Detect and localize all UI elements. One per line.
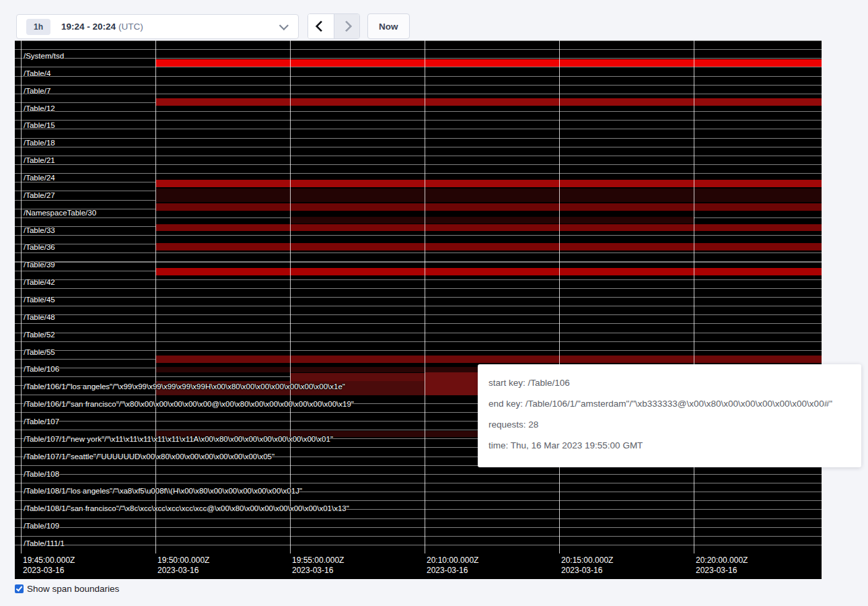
heat-band[interactable] bbox=[155, 356, 822, 363]
span-key-label: /Table/42 bbox=[24, 277, 55, 288]
x-axis-tick-label: 20:20:00.000Z2023-03-16 bbox=[696, 556, 748, 576]
heat-band[interactable] bbox=[155, 203, 822, 211]
tooltip-requests: requests: 28 bbox=[489, 419, 851, 430]
heat-band[interactable] bbox=[155, 268, 822, 275]
heat-band[interactable] bbox=[290, 217, 694, 224]
show-span-boundaries-label: Show span boundaries bbox=[27, 584, 119, 594]
span-key-label: /Table/7 bbox=[24, 86, 50, 96]
time-gridline bbox=[21, 40, 22, 553]
span-key-label: /Table/111/1 bbox=[24, 538, 65, 549]
span-key-label: /Table/108 bbox=[24, 469, 59, 479]
tooltip-start-key: start key: /Table/106 bbox=[489, 378, 851, 388]
heat-band[interactable] bbox=[155, 189, 822, 202]
span-key-label: /NamespaceTable/30 bbox=[24, 207, 96, 218]
x-axis-tick-label: 20:15:00.000Z2023-03-16 bbox=[561, 556, 613, 576]
span-key-label: /Table/52 bbox=[24, 329, 55, 340]
time-gridline bbox=[559, 40, 560, 553]
span-key-label: /Table/107 bbox=[24, 416, 59, 427]
chevron-right-icon bbox=[341, 21, 353, 32]
time-gridline bbox=[425, 40, 425, 553]
span-key-label: /Table/108/1/"san francisco"/"\x8c\xcc\x… bbox=[24, 503, 349, 514]
heat-band[interactable] bbox=[155, 180, 822, 187]
span-key-label: /Table/108/1/"los angeles"/"\xa8\xf5\u00… bbox=[24, 485, 302, 496]
span-key-label: /Table/48 bbox=[24, 312, 55, 323]
time-range-duration-badge: 1h bbox=[26, 19, 50, 35]
show-span-boundaries-control[interactable]: Show span boundaries bbox=[15, 584, 119, 594]
heat-band[interactable] bbox=[155, 243, 822, 250]
x-axis-tick-label: 19:50:00.000Z2023-03-16 bbox=[157, 556, 209, 576]
span-key-label: /Table/45 bbox=[24, 294, 55, 305]
chevron-down-icon bbox=[279, 20, 289, 30]
span-key-label: /System/tsd bbox=[24, 50, 64, 61]
time-range-select[interactable]: 1h 19:24 - 20:24 (UTC) bbox=[16, 14, 299, 39]
span-key-label: /Table/107/1/"seattle"/"UUUUUUD\x00\x80\… bbox=[24, 451, 275, 462]
now-button[interactable]: Now bbox=[367, 13, 410, 39]
heat-band[interactable] bbox=[155, 98, 822, 106]
span-key-label: /Table/36 bbox=[24, 242, 55, 252]
time-range-timezone: (UTC) bbox=[118, 22, 143, 32]
tooltip-time: time: Thu, 16 Mar 2023 19:55:00 GMT bbox=[489, 440, 851, 450]
heat-band[interactable] bbox=[155, 59, 822, 67]
prev-time-button[interactable] bbox=[308, 14, 334, 38]
span-key-label: /Table/106/1/"los angeles"/"\x99\x99\x99… bbox=[24, 381, 345, 392]
time-gridline bbox=[694, 40, 694, 553]
time-gridline bbox=[290, 40, 291, 553]
time-nav-group bbox=[308, 13, 360, 39]
span-key-label: /Table/15 bbox=[24, 120, 55, 131]
x-axis-tick-label: 19:45:00.000Z2023-03-16 bbox=[23, 556, 75, 576]
span-key-label: /Table/27 bbox=[24, 190, 55, 201]
next-time-button-disabled[interactable] bbox=[334, 14, 360, 38]
time-gridline bbox=[155, 40, 156, 553]
span-key-label: /Table/107/1/"new york"/"\x11\x11\x11\x1… bbox=[24, 434, 333, 444]
span-key-label: /Table/55 bbox=[24, 347, 55, 358]
span-key-label: /Table/109 bbox=[24, 520, 59, 531]
span-key-label: /Table/4 bbox=[24, 68, 50, 79]
span-key-label: /Table/21 bbox=[24, 155, 55, 166]
tooltip-end-key: end key: /Table/106/1/"amsterdam"/"\xb33… bbox=[489, 399, 851, 409]
heatmap-grid[interactable]: /System/tsd/Table/4/Table/7/Table/12/Tab… bbox=[15, 40, 822, 553]
key-visualizer-heatmap[interactable]: /System/tsd/Table/4/Table/7/Table/12/Tab… bbox=[15, 40, 822, 579]
key-visualizer-page: 1h 19:24 - 20:24 (UTC) Now /System/tsd/T… bbox=[0, 0, 868, 606]
heat-band[interactable] bbox=[155, 224, 822, 231]
show-span-boundaries-checkbox[interactable] bbox=[15, 584, 24, 593]
span-key-label: /Table/18 bbox=[24, 137, 55, 148]
heatmap-tooltip: start key: /Table/106 end key: /Table/10… bbox=[478, 364, 861, 467]
span-key-label: /Table/106/1/"san francisco"/"\x80\x00\x… bbox=[24, 399, 354, 409]
span-key-label: /Table/12 bbox=[24, 103, 55, 114]
heat-band[interactable] bbox=[290, 373, 425, 381]
span-key-label: /Table/24 bbox=[24, 172, 55, 183]
span-key-label: /Table/106 bbox=[24, 364, 59, 374]
span-key-label: /Table/33 bbox=[24, 225, 55, 236]
heatmap-x-axis: 19:45:00.000Z2023-03-1619:50:00.000Z2023… bbox=[15, 553, 822, 579]
x-axis-tick-label: 20:10:00.000Z2023-03-16 bbox=[427, 556, 478, 576]
time-range-label: 19:24 - 20:24 bbox=[61, 22, 116, 32]
span-key-label: /Table/39 bbox=[24, 259, 55, 270]
x-axis-tick-label: 19:55:00.000Z2023-03-16 bbox=[292, 556, 344, 576]
chevron-left-icon bbox=[315, 21, 326, 32]
